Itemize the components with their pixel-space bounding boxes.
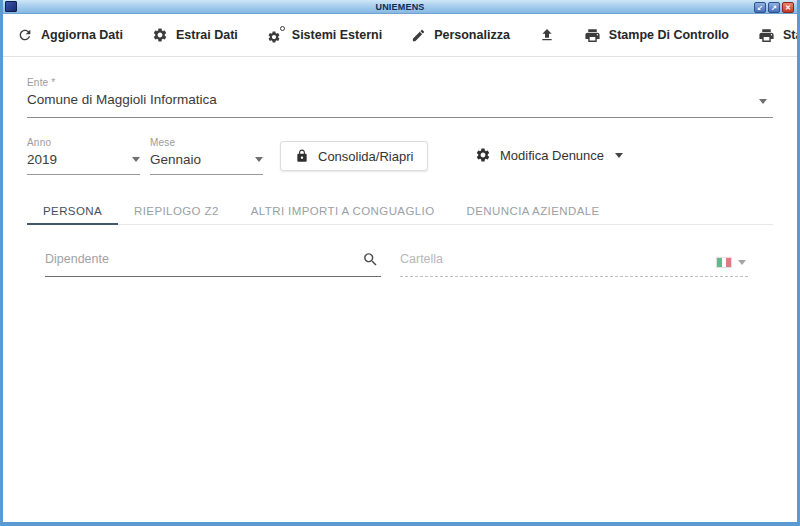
upload-button[interactable]: [539, 27, 555, 43]
estrai-dati-label: Estrai Dati: [176, 28, 238, 42]
anno-value: 2019: [27, 152, 57, 167]
stampe-di-controllo-label: Stampe Di Controllo: [609, 28, 729, 42]
tab-bar: PERSONA RIEPILOGO Z2 ALTRI IMPORTI A CON…: [27, 197, 773, 225]
refresh-icon: [17, 27, 33, 43]
tab-riepilogo-z2[interactable]: RIEPILOGO Z2: [118, 197, 235, 224]
titlebar: UNIEMENS ↙ ↗ ✕: [3, 0, 797, 14]
gear-icon: [152, 27, 168, 43]
chevron-down-icon: [759, 99, 767, 104]
restore-window-button[interactable]: ↙: [754, 2, 766, 13]
chevron-down-icon: [132, 157, 140, 162]
consolida-riapri-label: Consolida/Riapri: [318, 149, 413, 164]
gears-icon: [267, 27, 284, 44]
stampa-quadri-lista-pospa-button[interactable]: Stampa Quadri Lista PosPA: [758, 27, 800, 44]
window-title: UNIEMENS: [375, 2, 424, 12]
chevron-down-icon: [738, 260, 746, 265]
cartella-language-selector: [716, 257, 746, 268]
modifica-denunce-menu[interactable]: Modifica Denunce: [475, 147, 623, 163]
modifica-denunce-label: Modifica Denunce: [500, 148, 604, 163]
close-window-button[interactable]: ✕: [782, 2, 794, 13]
italian-flag-icon: [716, 257, 732, 268]
chevron-down-icon: [615, 153, 623, 158]
ente-select[interactable]: Ente * Comune di Maggioli Informatica: [27, 77, 773, 118]
tab-persona[interactable]: PERSONA: [27, 197, 118, 224]
cartella-field: [400, 249, 748, 277]
toolbar: Aggiorna Dati Estrai Dati Sistemi Estern…: [3, 14, 797, 57]
pencil-icon: [411, 28, 426, 43]
ente-label: Ente *: [27, 77, 773, 88]
chevron-down-icon: [255, 157, 263, 162]
stampe-di-controllo-button[interactable]: Stampe Di Controllo: [584, 27, 729, 44]
anno-label: Anno: [27, 137, 140, 148]
printer-icon: [584, 27, 601, 44]
upload-icon: [539, 27, 555, 43]
personalizza-label: Personalizza: [434, 28, 510, 42]
estrai-dati-button[interactable]: Estrai Dati: [152, 27, 238, 43]
consolida-riapri-button[interactable]: Consolida/Riapri: [280, 141, 428, 171]
mese-label: Mese: [150, 137, 263, 148]
uniemens-window: UNIEMENS ↙ ↗ ✕ Aggiorna Dati Estrai Dati: [0, 0, 800, 526]
maximize-window-button[interactable]: ↗: [768, 2, 780, 13]
aggiorna-dati-label: Aggiorna Dati: [41, 28, 123, 42]
mese-value: Gennaio: [150, 152, 201, 167]
personalizza-button[interactable]: Personalizza: [411, 28, 510, 43]
lock-icon: [295, 149, 309, 163]
aggiorna-dati-button[interactable]: Aggiorna Dati: [17, 27, 123, 43]
cartella-input: [400, 252, 722, 266]
gear-icon: [475, 147, 491, 163]
tab-altri-importi-a-conguaglio[interactable]: ALTRI IMPORTI A CONGUAGLIO: [235, 197, 451, 224]
sistemi-esterni-label: Sistemi Esterni: [292, 28, 382, 42]
sistemi-esterni-button[interactable]: Sistemi Esterni: [267, 27, 382, 44]
ente-value: Comune di Maggioli Informatica: [27, 92, 773, 107]
dipendente-field[interactable]: [45, 249, 381, 277]
printer-icon: [758, 27, 775, 44]
main-content: Ente * Comune di Maggioli Informatica An…: [3, 57, 797, 522]
mese-select[interactable]: Mese Gennaio: [150, 137, 263, 175]
stampa-quadri-lista-pospa-label: Stampa Quadri Lista PosPA: [783, 28, 800, 42]
dipendente-input[interactable]: [45, 252, 355, 266]
search-icon[interactable]: [362, 251, 379, 268]
anno-select[interactable]: Anno 2019: [27, 137, 140, 175]
tab-denuncia-aziendale[interactable]: DENUNCIA AZIENDALE: [451, 197, 616, 224]
app-icon: [5, 1, 17, 12]
